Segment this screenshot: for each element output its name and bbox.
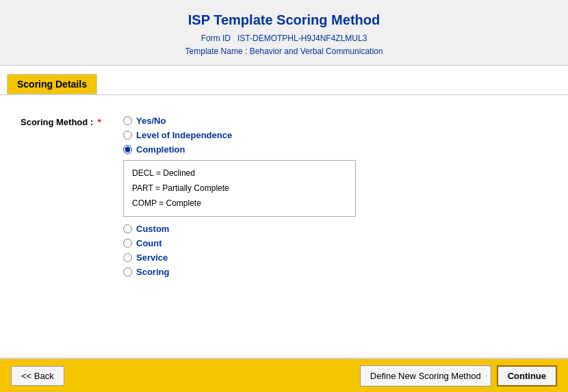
radio-yes-no[interactable] [123, 116, 132, 125]
scoring-method-label: Scoring Method : * [21, 116, 123, 127]
template-value: Behavior and Verbal Communication [250, 47, 383, 56]
radio-service[interactable] [123, 253, 132, 262]
scoring-method-row: Scoring Method : * Yes/No Level of Indep… [21, 116, 547, 277]
radio-level-of-independence[interactable] [123, 131, 132, 140]
radio-custom[interactable] [123, 224, 132, 233]
scoring-details-label-wrapper: Scoring Details [0, 66, 568, 95]
footer-right: Define New Scoring Method Continue [360, 365, 557, 387]
radio-count[interactable] [123, 239, 132, 248]
label-service[interactable]: Service [136, 252, 168, 263]
radio-completion[interactable] [123, 145, 132, 154]
completion-line1: DECL = Declined [132, 166, 347, 181]
continue-button[interactable]: Continue [497, 365, 557, 387]
label-custom[interactable]: Custom [136, 224, 169, 234]
option-custom[interactable]: Custom [123, 224, 356, 234]
form-info: Form ID IST-DEMOTPHL-H9J4NF4ZLMUL3 Templ… [7, 32, 561, 58]
define-new-scoring-button[interactable]: Define New Scoring Method [360, 365, 491, 387]
option-service[interactable]: Service [123, 252, 356, 263]
label-scoring[interactable]: Scoring [136, 267, 169, 277]
option-yes-no[interactable]: Yes/No [123, 116, 356, 126]
label-count[interactable]: Count [136, 238, 162, 248]
option-scoring[interactable]: Scoring [123, 267, 356, 277]
form-body: Scoring Method : * Yes/No Level of Indep… [0, 95, 568, 291]
back-button[interactable]: << Back [11, 366, 64, 386]
label-level-of-independence[interactable]: Level of Independence [136, 130, 232, 140]
label-completion[interactable]: Completion [136, 144, 185, 155]
label-yes-no[interactable]: Yes/No [136, 116, 166, 126]
scoring-options: Yes/No Level of Independence Completion … [123, 116, 356, 277]
form-id-value: IST-DEMOTPHL-H9J4NF4ZLMUL3 [237, 34, 367, 43]
completion-line2: PART = Partially Complete [132, 181, 347, 196]
completion-description-box: DECL = Declined PART = Partially Complet… [123, 160, 356, 217]
option-completion[interactable]: Completion [123, 144, 356, 155]
template-label: Template Name : [185, 47, 248, 56]
page-header: ISP Template Scoring Method Form ID IST-… [0, 0, 568, 66]
footer-left: << Back [11, 366, 64, 386]
option-level-of-independence[interactable]: Level of Independence [123, 130, 356, 140]
form-id-label: Form ID [201, 34, 231, 43]
footer: << Back Define New Scoring Method Contin… [0, 358, 568, 392]
main-content: Scoring Details Scoring Method : * Yes/N… [0, 66, 568, 358]
radio-scoring[interactable] [123, 267, 132, 276]
completion-line3: COMP = Complete [132, 196, 347, 211]
scoring-details-section-label: Scoring Details [7, 74, 97, 94]
page-title: ISP Template Scoring Method [7, 12, 561, 28]
option-count[interactable]: Count [123, 238, 356, 248]
required-indicator: * [98, 117, 101, 127]
